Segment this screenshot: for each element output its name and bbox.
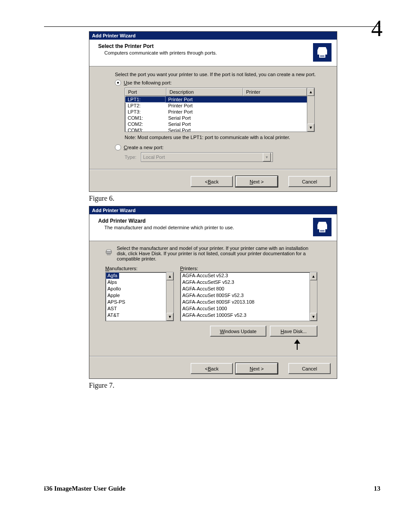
port-row[interactable]: LPT3:Printer Port: [125, 109, 307, 115]
port-row[interactable]: COM3:Serial Port: [125, 127, 307, 132]
list-item[interactable]: AGFA-AccuSet 1000SF v52.3: [181, 312, 310, 319]
footer-page-number: 13: [374, 485, 380, 492]
port-type-combo: Local Port ▼: [141, 152, 273, 162]
svg-rect-0: [320, 55, 324, 56]
chevron-down-icon: ▼: [263, 153, 271, 161]
chapter-number: 4: [371, 15, 383, 41]
cancel-button[interactable]: Cancel: [288, 176, 331, 187]
model-instruction: Select the manufacturer and model of you…: [117, 246, 317, 261]
list-item[interactable]: AST: [106, 305, 166, 312]
list-item[interactable]: AGFA-AccuSet v52.3: [181, 272, 310, 279]
cancel-button[interactable]: Cancel: [288, 363, 331, 374]
svg-rect-3: [320, 231, 324, 231]
list-item[interactable]: Apple: [106, 292, 166, 299]
list-item[interactable]: AGFA-AccuSet 800: [181, 286, 310, 292]
annotation-arrow-icon: [293, 339, 302, 350]
next-button[interactable]: Next >: [236, 363, 278, 374]
port-list[interactable]: Port Description Printer LPT1:Printer Po…: [125, 88, 315, 132]
wizard-select-model: Add Printer Wizard Add Printer Wizard Th…: [89, 206, 337, 379]
list-item[interactable]: Alps: [106, 279, 166, 286]
windows-update-button[interactable]: Windows Update: [210, 326, 266, 337]
banner-title: Select the Printer Port: [98, 43, 313, 49]
list-item[interactable]: AGFA-AccuSetSF v52.3: [181, 279, 310, 286]
port-row[interactable]: COM2:Serial Port: [125, 121, 307, 127]
svg-rect-2: [320, 230, 324, 231]
port-note: Note: Most computers use the LPT1: port …: [125, 135, 324, 140]
printers-list[interactable]: AGFA-AccuSet v52.3 AGFA-AccuSetSF v52.3 …: [180, 272, 317, 321]
titlebar: Add Printer Wizard: [89, 32, 337, 40]
port-row[interactable]: LPT1:Printer Port: [125, 96, 307, 103]
back-button[interactable]: < Back: [191, 176, 233, 187]
next-button[interactable]: Next >: [236, 176, 278, 187]
header-rule: [44, 26, 380, 27]
scroll-up-icon[interactable]: ▲: [166, 272, 173, 280]
list-item[interactable]: APS-PS: [106, 299, 166, 305]
col-description[interactable]: Description: [166, 88, 243, 96]
scrollbar[interactable]: ▲ ▼: [307, 88, 314, 132]
col-printer[interactable]: Printer: [243, 88, 307, 96]
scrollbar[interactable]: ▲ ▼: [166, 272, 173, 321]
col-port[interactable]: Port: [125, 88, 166, 96]
banner-title: Add Printer Wizard: [98, 218, 313, 224]
footer-doc-title: i36 ImageMaster User Guide: [44, 485, 125, 492]
titlebar: Add Printer Wizard: [89, 206, 337, 214]
scrollbar[interactable]: ▲ ▼: [309, 272, 317, 321]
wizard-select-port: Add Printer Wizard Select the Printer Po…: [89, 31, 337, 192]
list-item[interactable]: AGFA-AccuSet 1000: [181, 305, 310, 312]
list-item[interactable]: AT&T: [106, 312, 166, 319]
scroll-down-icon[interactable]: ▼: [166, 313, 173, 321]
printer-icon: [313, 218, 332, 236]
wizard-banner: Select the Printer Port Computers commun…: [89, 40, 337, 66]
banner-subtitle: Computers communicate with printers thro…: [104, 50, 313, 55]
back-button[interactable]: < Back: [191, 363, 233, 374]
figure-6-label: Figure 6.: [89, 194, 380, 202]
printer-small-icon: [105, 246, 112, 259]
scroll-down-icon[interactable]: ▼: [310, 313, 317, 321]
printers-label: Printers:: [180, 266, 317, 271]
radio-create-port-label: Create a new port:: [124, 145, 164, 150]
scroll-up-icon[interactable]: ▲: [307, 88, 314, 96]
instruction-text: Select the port you want your printer to…: [115, 72, 324, 77]
list-item[interactable]: AGFA-AccuSet 800SF v2013.108: [181, 299, 310, 305]
list-item[interactable]: Agfa: [106, 272, 119, 279]
banner-subtitle: The manufacturer and model determine whi…: [104, 225, 313, 230]
svg-rect-1: [320, 56, 324, 57]
port-list-header: Port Description Printer: [125, 88, 307, 96]
port-row[interactable]: COM1:Serial Port: [125, 115, 307, 121]
printer-icon: [313, 43, 332, 62]
list-item[interactable]: Apollo: [106, 286, 166, 292]
manufacturers-label: Manufacturers:: [105, 266, 174, 271]
manufacturers-list[interactable]: Agfa Alps Apollo Apple APS-PS AST AT&T ▲…: [105, 272, 174, 321]
scroll-down-icon[interactable]: ▼: [307, 124, 314, 132]
radio-use-port[interactable]: [115, 80, 121, 86]
figure-7-label: Figure 7.: [89, 382, 380, 389]
type-label: Type:: [125, 154, 136, 160]
radio-create-port[interactable]: [115, 144, 121, 150]
scroll-up-icon[interactable]: ▲: [310, 272, 317, 280]
have-disk-button[interactable]: Have Disk...: [270, 326, 317, 337]
radio-use-port-label: Use the following port:: [124, 80, 172, 85]
wizard-banner: Add Printer Wizard The manufacturer and …: [89, 214, 337, 241]
port-row[interactable]: LPT2:Printer Port: [125, 103, 307, 109]
list-item[interactable]: AGFA-AccuSet 800SF v52.3: [181, 292, 310, 299]
